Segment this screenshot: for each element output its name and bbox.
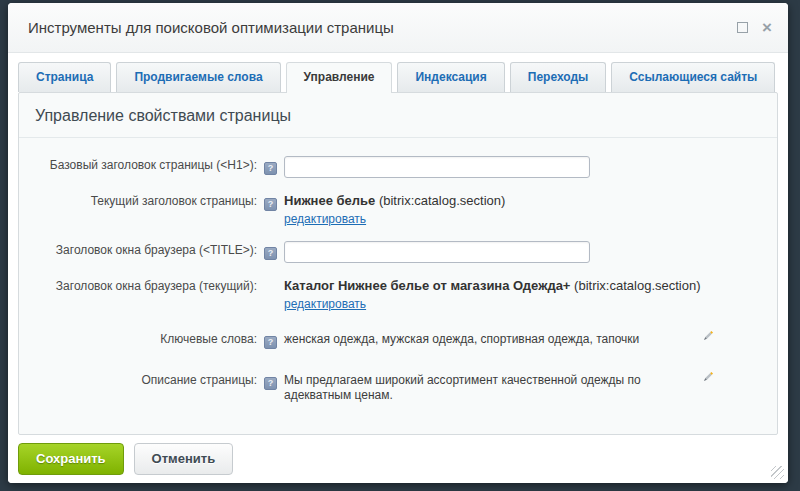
edit-browser-title-link[interactable]: редактировать <box>284 297 366 311</box>
form-row-current-title: Текущий заголовок страницы: ? Нижнее бел… <box>35 190 761 227</box>
base-title-input[interactable] <box>284 156 590 178</box>
description-label: Описание страницы: <box>35 369 257 387</box>
current-browser-title-value-bold: Каталог Нижнее белье от магазина Одежда+ <box>284 278 570 293</box>
tab-indexing[interactable]: Индексация <box>397 62 504 92</box>
tab-referring-sites[interactable]: Ссылающиеся сайты <box>611 62 775 92</box>
dialog-titlebar: Инструменты для поисковой оптимизации ст… <box>8 3 788 53</box>
keywords-label: Ключевые слова: <box>35 328 257 346</box>
dialog-footer: Сохранить Отменить <box>8 435 788 483</box>
pencil-icon <box>701 329 715 343</box>
current-title-value-bold: Нижнее белье <box>284 193 375 208</box>
tab-content-panel: Управление свойствами страницы Базовый з… <box>18 92 778 435</box>
tab-management[interactable]: Управление <box>286 62 393 93</box>
form-row-browser-title: Заголовок окна браузера (<TITLE>): ? <box>35 239 761 263</box>
tab-strip: Страница Продвигаемые слова Управление И… <box>8 53 788 92</box>
description-value: Мы предлагаем широкий ассортимент качест… <box>284 372 701 403</box>
help-icon[interactable]: ? <box>264 247 277 260</box>
keywords-value: женская одежда, мужская одежда, спортивн… <box>284 331 639 347</box>
help-icon[interactable]: ? <box>264 377 277 390</box>
edit-description-button[interactable] <box>701 369 715 388</box>
edit-keywords-button[interactable] <box>701 328 715 347</box>
resize-grip[interactable] <box>771 466 784 479</box>
tab-promoted-words[interactable]: Продвигаемые слова <box>116 62 280 92</box>
save-button[interactable]: Сохранить <box>18 443 124 475</box>
browser-title-label: Заголовок окна браузера (<TITLE>): <box>35 239 257 257</box>
close-icon[interactable]: × <box>762 22 772 33</box>
pencil-icon <box>701 370 715 384</box>
form-row-current-browser-title: Заголовок окна браузера (текущий): Катал… <box>35 275 761 312</box>
current-title-label: Текущий заголовок страницы: <box>35 190 257 208</box>
browser-title-input[interactable] <box>284 241 590 263</box>
form-row-base-title: Базовый заголовок страницы (<H1>): ? <box>35 154 761 178</box>
maximize-icon[interactable] <box>737 22 748 33</box>
current-title-value: Нижнее белье (bitrix:catalog.section) <box>284 193 761 209</box>
help-icon[interactable]: ? <box>264 198 277 211</box>
seo-tools-dialog: Инструменты для поисковой оптимизации ст… <box>8 3 788 483</box>
current-browser-title-label: Заголовок окна браузера (текущий): <box>35 275 257 293</box>
base-title-label: Базовый заголовок страницы (<H1>): <box>35 154 257 172</box>
tab-transitions[interactable]: Переходы <box>510 62 607 92</box>
help-icon[interactable]: ? <box>264 336 277 349</box>
edit-current-title-link[interactable]: редактировать <box>284 212 366 226</box>
current-browser-title-component: (bitrix:catalog.section) <box>574 278 700 293</box>
seo-form: Базовый заголовок страницы (<H1>): ? Тек… <box>19 138 777 403</box>
panel-heading: Управление свойствами страницы <box>19 93 777 138</box>
form-row-description: Описание страницы: ? Мы предлагаем широк… <box>35 369 761 403</box>
dialog-title: Инструменты для поисковой оптимизации ст… <box>28 19 737 36</box>
window-controls: × <box>737 22 772 33</box>
form-row-keywords: Ключевые слова: ? женская одежда, мужска… <box>35 328 761 349</box>
current-title-component: (bitrix:catalog.section) <box>379 193 505 208</box>
help-icon[interactable]: ? <box>264 162 277 175</box>
tab-page[interactable]: Страница <box>18 62 111 92</box>
cancel-button[interactable]: Отменить <box>134 443 234 475</box>
current-browser-title-value: Каталог Нижнее белье от магазина Одежда+… <box>284 278 761 294</box>
